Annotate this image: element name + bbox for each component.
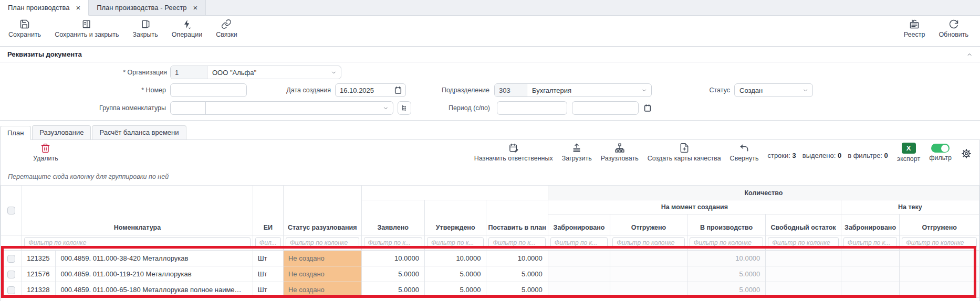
nomenclature-group-select[interactable] [205,101,393,115]
row-reserved-current [841,266,899,282]
operations-button[interactable]: Операции [172,19,202,38]
filter-toggle[interactable]: фильтр [929,143,952,162]
grouping-drop-zone[interactable]: Перетащите сюда колонку для группировки … [1,168,979,185]
status-badge: Не создано [283,282,361,298]
links-button[interactable]: Связки [216,19,237,38]
row-shipped-current [900,266,979,282]
filter-status[interactable] [286,237,359,249]
at-creation-header: На момент создания [548,200,841,214]
requisites-header: Реквизиты документа [0,47,980,62]
col-in-production[interactable]: В производство [687,214,766,235]
select-all-header [1,186,22,235]
filter-reserved[interactable] [550,237,608,249]
toggle-on-icon[interactable] [931,144,950,153]
plan-table: Номенклатура ЕИ Статус разузлования Коли… [1,185,979,298]
row-approved: 5.0000 [424,266,486,282]
filter-in-production[interactable] [690,237,764,249]
row-reserved-current [841,282,899,298]
col-status[interactable]: Статус разузлования [283,186,361,235]
status-select[interactable]: Создан [734,83,813,97]
col-declared[interactable]: Заявлено [361,200,424,235]
row-to-plan: 5.0000 [486,282,548,298]
row-declared: 5.0000 [361,266,424,282]
tab-unbundling[interactable]: Разузлование [32,125,91,139]
table-row[interactable]: 121576 000.4859. 011.000-119-210 Металло… [1,266,979,282]
table-row[interactable]: 121325 000.4859. 011.000-38-420 Металлор… [1,251,979,266]
create-quality-maps-button[interactable]: Создать карты качества [648,143,721,162]
col-free-balance[interactable]: Свободный остаток [766,214,841,235]
row-free-balance [766,266,841,282]
row-to-plan: 10.0000 [486,251,548,266]
save-and-close-button[interactable]: Сохранить и закрыть [55,19,119,38]
status-label: Статус [659,83,730,97]
filter-nomenclature[interactable] [24,237,251,249]
row-shipped-current [900,282,979,298]
window-tab-bar: План производства × План производства - … [0,0,980,16]
division-code: 303 [495,84,527,96]
row-checkbox[interactable] [7,286,15,294]
col-reserved[interactable]: Забронировано [548,214,610,235]
registry-button[interactable]: Реестр [904,19,925,38]
assign-responsible-button[interactable]: Назначить ответственных [474,143,553,162]
filter-free-balance[interactable] [768,237,839,249]
row-id: 121325 [22,251,56,266]
period-to-input[interactable] [572,101,639,115]
calendar-icon [643,104,652,112]
row-in-production: 5.0000 [687,266,766,282]
settings-button[interactable] [961,143,972,161]
collapse-button[interactable]: Свернуть [730,143,759,162]
col-approved[interactable]: Утверждено [424,200,486,235]
period-calendar-button[interactable] [643,104,652,112]
filter-shipped-current[interactable] [902,237,977,249]
row-in-production: 10.0000 [687,251,766,266]
division-label: Подразделение [368,83,489,97]
file-plus-icon [679,143,690,153]
filter-reserved-current[interactable] [843,237,897,249]
filter-approved[interactable] [427,237,484,249]
org-name: ООО "Альфа" [207,69,331,77]
org-select[interactable]: 1 ООО "Альфа" [170,66,341,79]
col-unit[interactable]: ЕИ [253,186,283,235]
selected-count: 0 [838,152,841,159]
row-nomenclature: 000.4859. 011.000-65-180 Металлорукав по… [56,282,253,298]
save-button[interactable]: Сохранить [8,19,41,38]
row-checkbox[interactable] [7,271,15,278]
at-current-header: На теку [841,200,979,214]
gear-icon [961,148,972,159]
table-row[interactable]: 121328 000.4859. 011.000-65-180 Металлор… [1,282,979,298]
filter-unit[interactable] [255,237,281,249]
load-button[interactable]: Загрузить [562,143,592,162]
select-all-checkbox[interactable] [7,207,15,214]
col-shipped[interactable]: Отгружено [610,214,687,235]
chevron-up-icon[interactable] [966,51,973,58]
division-select[interactable]: 303 Бухгалтерия [494,83,652,97]
filter-to-plan[interactable] [488,237,545,249]
hierarchy-icon [614,143,625,153]
filter-shipped[interactable] [612,237,685,249]
row-free-balance [766,251,841,266]
filter-declared[interactable] [364,237,422,249]
row-checkbox[interactable] [7,255,15,263]
col-reserved-current[interactable]: Забронировано [841,214,899,235]
window-tab-plan[interactable]: План производства × [0,0,89,16]
header-group-row: Номенклатура ЕИ Статус разузлования Коли… [1,186,979,200]
refresh-button[interactable]: Обновить [939,19,968,38]
row-approved: 5.0000 [424,282,486,298]
chevron-down-icon [331,70,337,76]
close-icon[interactable]: × [193,4,197,12]
calendar-edit-icon [508,143,519,153]
tab-time-balance[interactable]: Расчёт баланса времени [92,125,186,139]
export-button[interactable]: X экспорт [897,143,920,163]
close-button[interactable]: Закрыть [133,19,158,38]
col-nomenclature[interactable]: Номенклатура [22,186,253,235]
col-to-plan[interactable]: Поставить в план [486,200,548,235]
window-tab-plan-registry[interactable]: План производства - Реестр × [89,0,206,15]
nomenclature-group-code-input[interactable] [170,101,206,115]
plan-panel: Удалить Назначить ответственных Загрузит… [0,139,980,301]
close-icon[interactable]: × [76,4,80,12]
period-from-input[interactable] [497,101,567,115]
delete-button[interactable]: Удалить [33,143,58,162]
unbundle-button[interactable]: Разузловать [601,143,639,162]
tab-plan[interactable]: План [0,126,31,140]
col-shipped-current[interactable]: Отгружено [900,214,979,235]
